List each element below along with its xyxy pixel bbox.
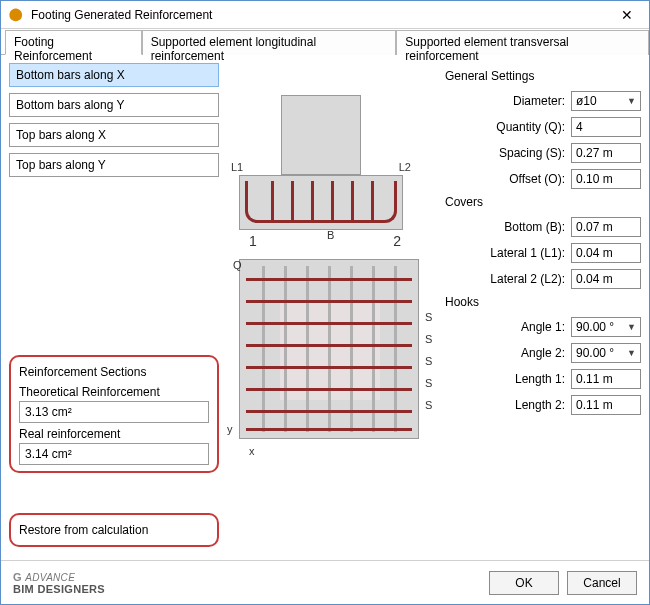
restore-from-calculation[interactable]: Restore from calculation — [9, 513, 219, 547]
lateral1-label: Lateral 1 (L1): — [490, 246, 565, 260]
chevron-down-icon: ▼ — [627, 96, 636, 106]
angle2-label: Angle 2: — [521, 346, 565, 360]
diameter-combo[interactable]: ø10▼ — [571, 91, 641, 111]
bottom-label: Bottom (B): — [504, 220, 565, 234]
sections-title: Reinforcement Sections — [19, 365, 209, 379]
window-title: Footing Generated Reinforcement — [31, 8, 607, 22]
ok-button[interactable]: OK — [489, 571, 559, 595]
label-s2: S — [425, 333, 432, 345]
label-b: B — [327, 229, 334, 241]
lateral2-input[interactable] — [571, 269, 641, 289]
length1-input[interactable] — [571, 369, 641, 389]
chevron-down-icon: ▼ — [627, 348, 636, 358]
quantity-label: Quantity (Q): — [496, 120, 565, 134]
spacing-input[interactable] — [571, 143, 641, 163]
offset-input[interactable] — [571, 169, 641, 189]
angle1-combo[interactable]: 90.00 °▼ — [571, 317, 641, 337]
label-y: y — [227, 423, 233, 435]
brand-logo: G ADVANCE BIM DESIGNERS — [13, 571, 105, 595]
app-icon: ⬤ — [9, 7, 25, 23]
lateral2-label: Lateral 2 (L2): — [490, 272, 565, 286]
tab-transversal[interactable]: Supported element transversal reinforcem… — [396, 30, 649, 55]
option-bottom-y[interactable]: Bottom bars along Y — [9, 93, 219, 117]
tab-footing-reinforcement[interactable]: Footing Reinforcement — [5, 30, 142, 55]
tab-longitudinal[interactable]: Supported element longitudinal reinforce… — [142, 30, 397, 55]
section-diagram: L1 L2 B 1 2 — [231, 95, 411, 245]
length2-input[interactable] — [571, 395, 641, 415]
hooks-title: Hooks — [445, 295, 641, 309]
chevron-down-icon: ▼ — [627, 322, 636, 332]
quantity-input[interactable] — [571, 117, 641, 137]
label-s4: S — [425, 377, 432, 389]
close-button[interactable]: ✕ — [607, 2, 647, 28]
lateral1-input[interactable] — [571, 243, 641, 263]
plan-diagram — [239, 259, 419, 439]
label-s1: S — [425, 311, 432, 323]
general-settings-title: General Settings — [445, 69, 641, 83]
length1-label: Length 1: — [515, 372, 565, 386]
theoretical-label: Theoretical Reinforcement — [19, 385, 209, 399]
angle2-combo[interactable]: 90.00 °▼ — [571, 343, 641, 363]
option-top-x[interactable]: Top bars along X — [9, 123, 219, 147]
label-l2: L2 — [399, 161, 411, 173]
label-q: Q — [233, 259, 242, 271]
label-two: 2 — [393, 233, 401, 249]
label-l1: L1 — [231, 161, 243, 173]
label-s5: S — [425, 399, 432, 411]
spacing-label: Spacing (S): — [499, 146, 565, 160]
label-one: 1 — [249, 233, 257, 249]
angle1-label: Angle 1: — [521, 320, 565, 334]
diameter-label: Diameter: — [513, 94, 565, 108]
theoretical-value: 3.13 cm² — [19, 401, 209, 423]
cancel-button[interactable]: Cancel — [567, 571, 637, 595]
real-value: 3.14 cm² — [19, 443, 209, 465]
offset-label: Offset (O): — [509, 172, 565, 186]
label-x: x — [249, 445, 255, 457]
real-label: Real reinforcement — [19, 427, 209, 441]
option-bottom-x[interactable]: Bottom bars along X — [9, 63, 219, 87]
length2-label: Length 2: — [515, 398, 565, 412]
reinforcement-sections-group: Reinforcement Sections Theoretical Reinf… — [9, 355, 219, 473]
option-top-y[interactable]: Top bars along Y — [9, 153, 219, 177]
covers-title: Covers — [445, 195, 641, 209]
bottom-input[interactable] — [571, 217, 641, 237]
label-s3: S — [425, 355, 432, 367]
